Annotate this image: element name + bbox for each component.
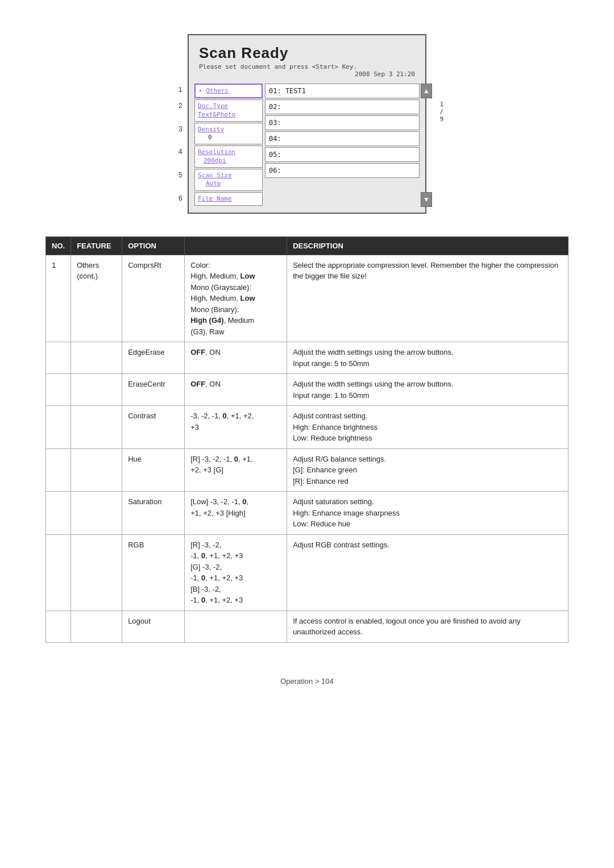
cell-feature: [71, 406, 122, 449]
cell-feature: [71, 492, 122, 535]
cell-no: [46, 406, 71, 449]
cell-values-rgb: [R] -3, -2,-1, 0, +1, +2, +3[G] -3, -2,-…: [185, 534, 287, 610]
cell-no: [46, 610, 71, 642]
scroll-up-button[interactable]: ▲: [421, 84, 432, 98]
cell-desc-comprsrt: Select the appropriate compression level…: [287, 255, 569, 342]
scanner-datetime: 2008 Sep 3 21:20: [199, 70, 415, 78]
table-row: Hue [R] -3, -2, -1, 0, +1,+2, +3 [G] Adj…: [46, 448, 569, 492]
cell-option-contrast: Contrast: [122, 406, 185, 449]
table-row: 1 Others(cont.) ComprsRt Color:High, Med…: [46, 255, 569, 342]
num-1: 1: [179, 86, 182, 94]
table-row: Saturation [Low] -3, -2, -1, 0,+1, +2, +…: [46, 492, 569, 535]
cell-no: 1: [46, 255, 71, 342]
cell-feature: [71, 610, 122, 642]
scanner-item-scansize[interactable]: Scan Size Auto: [194, 169, 263, 191]
cell-option-saturation: Saturation: [122, 492, 185, 535]
cell-desc-contrast: Adjust contrast setting.High: Enhance br…: [287, 406, 569, 449]
cell-feature: [71, 534, 122, 610]
num-5: 5: [179, 171, 182, 179]
cell-desc-hue: Adjust R/G balance settings.[G]: Enhance…: [287, 448, 569, 492]
scanner-subtitle: Please set document and press <Start> Ke…: [199, 63, 415, 70]
col-header-feature: FEATURE: [71, 236, 122, 255]
cell-values-saturation: [Low] -3, -2, -1, 0,+1, +2, +3 [High]: [185, 492, 287, 535]
page-indicator: 1 / 9: [439, 101, 443, 123]
cell-desc-rgb: Adjust RGB contrast settings.: [287, 534, 569, 610]
table-row: Contrast -3, -2, -1, 0, +1, +2,+3 Adjust…: [46, 406, 569, 449]
cell-desc-erasecentr: Adjust the width settings using the arro…: [287, 374, 569, 406]
list-row-05[interactable]: 05:: [265, 147, 420, 162]
table-row: RGB [R] -3, -2,-1, 0, +1, +2, +3[G] -3, …: [46, 534, 569, 610]
list-row-04[interactable]: 04:: [265, 131, 420, 146]
cell-desc-edgeerase: Adjust the width settings using the arro…: [287, 342, 569, 374]
cell-desc-logout: If access control is enabled, logout onc…: [287, 610, 569, 642]
scanner-item-others[interactable]: • Others: [194, 84, 263, 98]
table-row: EraseCentr OFF, ON Adjust the width sett…: [46, 374, 569, 406]
num-6: 6: [179, 194, 182, 202]
cell-option-logout: Logout: [122, 610, 185, 642]
cell-no: [46, 534, 71, 610]
cell-no: [46, 448, 71, 492]
scanner-item-density[interactable]: Density 0: [194, 123, 263, 145]
cell-no: [46, 492, 71, 535]
num-3: 3: [179, 125, 182, 133]
col-header-description: DESCRIPTION: [287, 236, 569, 255]
col-header-option: OPTION: [122, 236, 185, 255]
cell-desc-saturation: Adjust saturation setting.High: Enhance …: [287, 492, 569, 535]
scanner-body: 1 • Others 2 Doc.Type Text&Photo 3 Densi…: [194, 84, 420, 207]
table-header-row: NO. FEATURE OPTION DESCRIPTION: [46, 236, 569, 255]
cell-values-comprsrt: Color:High, Medium, LowMono (Grayscale):…: [185, 255, 287, 342]
cell-values-erasecentr: OFF, ON: [185, 374, 287, 406]
cell-option-comprsrt: ComprsRt: [122, 255, 185, 342]
cell-feature: [71, 374, 122, 406]
scanner-item-filename[interactable]: File Name: [194, 192, 263, 206]
cell-option-rgb: RGB: [122, 534, 185, 610]
list-row-03[interactable]: 03:: [265, 115, 420, 130]
scanner-right-panel: ▲ 01: TEST1 02: 03: 04: 05: 06: ▼ 1: [265, 84, 420, 207]
cell-option-erasecentr: EraseCentr: [122, 374, 185, 406]
feature-table: NO. FEATURE OPTION DESCRIPTION 1 Others(…: [45, 236, 569, 643]
cell-values-logout: [185, 610, 287, 642]
list-row-01[interactable]: 01: TEST1: [265, 84, 420, 98]
cell-feature: [71, 448, 122, 492]
scroll-down-button[interactable]: ▼: [421, 192, 432, 207]
cell-option-hue: Hue: [122, 448, 185, 492]
list-row-02[interactable]: 02:: [265, 99, 420, 114]
num-2: 2: [179, 102, 182, 110]
cell-option-edgeerase: EdgeErase: [122, 342, 185, 374]
scanner-item-doctype[interactable]: Doc.Type Text&Photo: [194, 99, 263, 122]
cell-values-contrast: -3, -2, -1, 0, +1, +2,+3: [185, 406, 287, 449]
cell-no: [46, 374, 71, 406]
table-row: EdgeErase OFF, ON Adjust the width setti…: [46, 342, 569, 374]
scanner-header: Scan Ready Please set document and press…: [194, 41, 420, 80]
page-footer: Operation > 104: [280, 677, 334, 686]
cell-values-edgeerase: OFF, ON: [185, 342, 287, 374]
list-row-06[interactable]: 06:: [265, 163, 420, 178]
cell-no: [46, 342, 71, 374]
cell-feature: [71, 342, 122, 374]
scanner-title: Scan Ready: [199, 44, 415, 62]
col-header-values: [185, 236, 287, 255]
scanner-display: Scan Ready Please set document and press…: [188, 34, 426, 214]
num-4: 4: [179, 148, 182, 156]
table-row: Logout If access control is enabled, log…: [46, 610, 569, 642]
scanner-item-resolution[interactable]: Resolution 200dpi: [194, 146, 263, 168]
cell-values-hue: [R] -3, -2, -1, 0, +1,+2, +3 [G]: [185, 448, 287, 492]
scanner-left-panel: 1 • Others 2 Doc.Type Text&Photo 3 Densi…: [194, 84, 263, 207]
cell-feature: Others(cont.): [71, 255, 122, 342]
col-header-no: NO.: [46, 236, 71, 255]
